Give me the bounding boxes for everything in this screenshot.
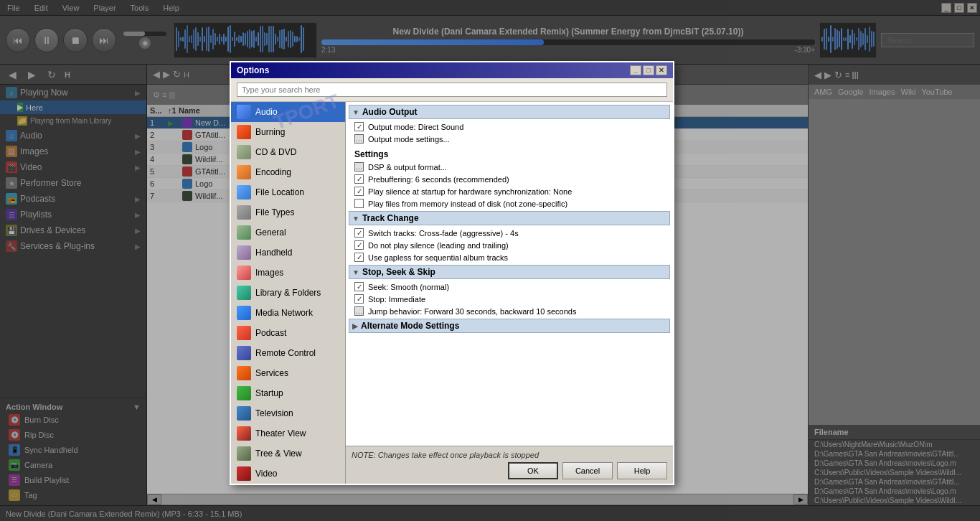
alternate-mode-section: ▶ Alternate Mode Settings (349, 319, 670, 333)
cat-images-icon (237, 266, 251, 280)
cat-images-label: Images (255, 268, 283, 278)
cat-television[interactable]: Television (231, 403, 345, 423)
audio-output-title: Audio Output (362, 107, 418, 117)
modal-note: NOTE: Changes take effect once playback … (352, 451, 667, 459)
checkbox-no-silence[interactable] (354, 240, 364, 250)
cat-file-label: File Location (255, 187, 304, 197)
cat-startup-icon (237, 386, 251, 400)
modal-buttons: OK Cancel Help (352, 462, 667, 479)
cat-tv-icon (237, 406, 251, 421)
checkbox-direct-sound[interactable] (354, 122, 364, 131)
checkbox-switch-tracks[interactable] (354, 228, 364, 238)
option-jump-label: Jump behavior: Forward 30 seconds, backw… (368, 307, 576, 316)
cat-burning-icon (237, 125, 251, 139)
stop-seek-header[interactable]: ▼ Stop, Seek & Skip (349, 265, 670, 279)
cat-theater-view[interactable]: Theater View (231, 423, 345, 443)
option-play-silence-label: Play silence at startup for hardware syn… (368, 187, 572, 196)
modal-body: Audio Burning CD & DVD Encoding File Loc… (231, 102, 673, 484)
modal-ok-button[interactable]: OK (508, 462, 558, 479)
checkbox-dsp[interactable]: … (354, 162, 364, 172)
option-stop-label: Stop: Immediate (368, 295, 425, 304)
checkbox-stop[interactable] (354, 294, 364, 304)
cat-audio[interactable]: Audio (231, 102, 345, 122)
cat-tv-label: Television (255, 408, 293, 418)
cat-podcast[interactable]: Podcast (231, 323, 345, 343)
checkbox-play-from-memory[interactable] (354, 199, 364, 208)
audio-output-header[interactable]: ▼ Audio Output (349, 105, 670, 119)
option-prebuffer-label: Prebuffering: 6 seconds (recommended) (368, 175, 509, 184)
track-change-header[interactable]: ▼ Track Change (349, 211, 670, 225)
alternate-mode-header[interactable]: ▶ Alternate Mode Settings (349, 319, 670, 333)
option-output-settings-label: Output mode settings... (368, 135, 450, 144)
modal-categories: Audio Burning CD & DVD Encoding File Loc… (231, 102, 346, 484)
cat-remote-control[interactable]: Remote Control (231, 343, 345, 363)
cat-audio-label: Audio (255, 107, 278, 117)
cat-general-label: General (255, 227, 286, 238)
option-switch-tracks: Switch tracks: Cross-fade (aggressive) -… (349, 227, 670, 239)
cat-burning[interactable]: Burning (231, 122, 345, 142)
checkbox-seek[interactable] (354, 282, 364, 291)
option-jump: … Jump behavior: Forward 30 seconds, bac… (349, 305, 670, 317)
stop-seek-title: Stop, Seek & Skip (362, 267, 435, 277)
cat-remote-label: Remote Control (255, 348, 316, 358)
cat-encoding[interactable]: Encoding (231, 162, 345, 182)
option-play-from-memory: Play files from memory instead of disk (… (349, 197, 670, 210)
option-gapless-label: Use gapless for sequential album tracks (368, 253, 508, 262)
option-switch-tracks-label: Switch tracks: Cross-fade (aggressive) -… (368, 229, 519, 238)
cat-startup[interactable]: Startup (231, 383, 345, 403)
option-no-silence-label: Do not play silence (leading and trailin… (368, 241, 509, 250)
option-seek: Seek: Smooth (normal) (349, 281, 670, 293)
modal-title-bar: Options _ □ ✕ (231, 62, 673, 78)
cat-images[interactable]: Images (231, 263, 345, 283)
modal-search-area (231, 78, 673, 102)
cat-theater-label: Theater View (255, 428, 306, 438)
checkbox-gapless[interactable] (354, 253, 364, 262)
checkbox-output-settings[interactable]: … (354, 134, 364, 144)
alternate-mode-title: Alternate Mode Settings (361, 321, 459, 331)
audio-output-section: ▼ Audio Output Output mode: Direct Sound… (349, 105, 670, 145)
cat-file-types[interactable]: File Types (231, 202, 345, 222)
modal-search-input[interactable] (237, 83, 667, 97)
cat-media-icon (237, 306, 251, 320)
modal-help-button[interactable]: Help (617, 462, 667, 479)
modal-close[interactable]: ✕ (656, 65, 667, 75)
cat-encoding-icon (237, 165, 251, 179)
modal-title-controls: _ □ ✕ (630, 65, 667, 75)
cat-tree-icon (237, 446, 251, 461)
modal-maximize[interactable]: □ (643, 65, 654, 75)
option-output-settings: … Output mode settings... (349, 133, 670, 145)
cat-remote-icon (237, 346, 251, 360)
cat-file-icon (237, 185, 251, 200)
cat-general[interactable]: General (231, 222, 345, 243)
checkbox-jump[interactable]: … (354, 306, 364, 316)
option-dsp-label: DSP & output format... (368, 163, 447, 172)
option-play-from-memory-label: Play files from memory instead of disk (… (368, 200, 567, 208)
cat-cd-dvd[interactable]: CD & DVD (231, 142, 345, 162)
option-direct-sound-label: Output mode: Direct Sound (368, 123, 463, 131)
cat-handheld[interactable]: Handheld (231, 243, 345, 263)
audio-output-arrow: ▼ (352, 108, 359, 116)
cat-handheld-icon (237, 245, 251, 260)
cat-audio-icon (237, 105, 251, 119)
modal-minimize[interactable]: _ (630, 65, 641, 75)
track-change-section: ▼ Track Change Switch tracks: Cross-fade… (349, 211, 670, 263)
cat-filetypes-label: File Types (255, 207, 294, 217)
cat-file-location[interactable]: File Location (231, 182, 345, 202)
cat-handheld-label: Handheld (255, 248, 292, 258)
option-play-silence: Play silence at startup for hardware syn… (349, 185, 670, 197)
checkbox-play-silence[interactable] (354, 187, 364, 196)
modal-cancel-button[interactable]: Cancel (562, 462, 613, 479)
modal-options-area: ▼ Audio Output Output mode: Direct Sound… (346, 102, 673, 446)
stop-seek-section: ▼ Stop, Seek & Skip Seek: Smooth (normal… (349, 265, 670, 317)
cat-services[interactable]: Services (231, 363, 345, 383)
cat-tree-view[interactable]: Tree & View (231, 443, 345, 464)
option-direct-sound: Output mode: Direct Sound (349, 121, 670, 133)
cat-video[interactable]: Video (231, 464, 345, 484)
option-no-silence: Do not play silence (leading and trailin… (349, 239, 670, 251)
cat-services-label: Services (255, 368, 288, 378)
cat-general-icon (237, 225, 251, 240)
cat-library-folders[interactable]: Library & Folders (231, 283, 345, 303)
cat-media-network[interactable]: Media Network (231, 303, 345, 323)
checkbox-prebuffer[interactable] (354, 174, 364, 184)
cat-cd-label: CD & DVD (255, 147, 296, 157)
